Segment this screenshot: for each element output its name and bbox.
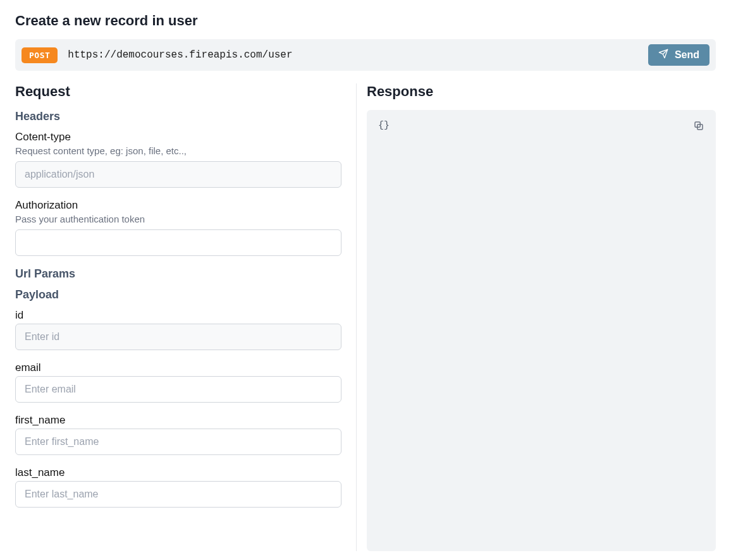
response-box: {} <box>367 110 716 551</box>
send-icon <box>658 49 668 61</box>
url-params-title: Url Params <box>15 267 346 281</box>
content-type-hint: Request content type, eg: json, file, et… <box>15 145 346 156</box>
copy-button[interactable] <box>691 118 707 136</box>
authorization-label: Authorization <box>15 199 346 212</box>
payload-email-label: email <box>15 362 346 374</box>
authorization-field: Authorization Pass your authentication t… <box>15 199 346 256</box>
http-method-badge: POST <box>22 47 58 63</box>
request-panel: Request Headers Cotent-type Request cont… <box>15 83 357 551</box>
payload-id-input[interactable] <box>15 324 341 350</box>
payload-first-name-label: first_name <box>15 414 346 427</box>
headers-title: Headers <box>15 110 346 123</box>
payload-email-input[interactable] <box>15 376 341 403</box>
content-type-label: Cotent-type <box>15 131 346 143</box>
payload-id-label: id <box>15 309 346 322</box>
endpoint-bar: POST https://democourses.fireapis.com/us… <box>15 39 716 71</box>
request-title: Request <box>15 83 346 100</box>
page-title: Create a new record in user <box>15 13 716 29</box>
copy-icon <box>693 124 704 133</box>
payload-title: Payload <box>15 288 346 301</box>
payload-first-name-input[interactable] <box>15 429 341 455</box>
content-type-input[interactable] <box>15 161 341 188</box>
payload-email-field: email <box>15 362 346 403</box>
authorization-input[interactable] <box>15 229 341 256</box>
response-panel: Response {} <box>357 83 716 551</box>
payload-last-name-label: last_name <box>15 466 346 479</box>
endpoint-url: https://democourses.fireapis.com/user <box>68 49 648 61</box>
content-type-field: Cotent-type Request content type, eg: js… <box>15 131 346 188</box>
payload-last-name-input[interactable] <box>15 481 341 508</box>
authorization-hint: Pass your authentication token <box>15 214 346 224</box>
send-button[interactable]: Send <box>648 44 710 66</box>
response-body: {} <box>378 120 704 131</box>
payload-last-name-field: last_name <box>15 466 346 508</box>
payload-first-name-field: first_name <box>15 414 346 455</box>
response-title: Response <box>367 83 716 100</box>
payload-id-field: id <box>15 309 346 350</box>
send-button-label: Send <box>675 49 699 61</box>
